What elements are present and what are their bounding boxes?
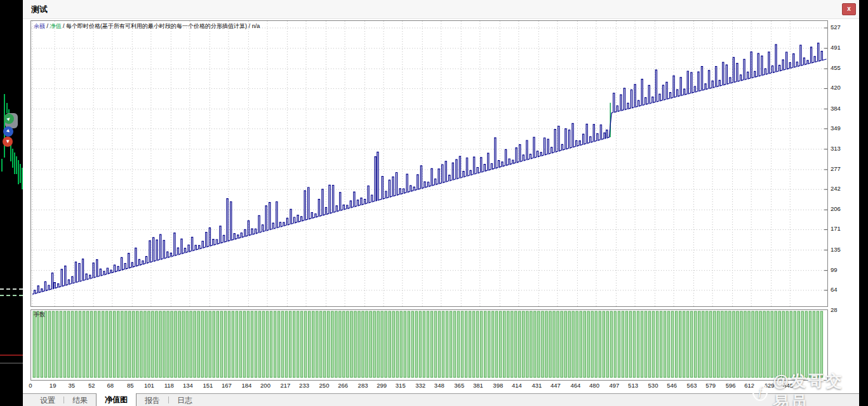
lots-chart: 手数	[30, 309, 828, 381]
tab-4[interactable]: 报告	[137, 394, 168, 406]
legend-equity: 净值	[50, 23, 62, 29]
x-tick-label: 447	[545, 382, 566, 389]
stop-line	[0, 355, 23, 356]
legend-balance: 余额	[34, 23, 45, 29]
x-tick-label: 134	[177, 382, 199, 389]
y-tick-label: 384	[831, 105, 853, 112]
x-tick-label: 348	[429, 382, 450, 389]
x-tick-label: 233	[293, 382, 315, 389]
y-tick-label: 135	[831, 246, 853, 253]
background-candle	[6, 103, 8, 113]
tab-1[interactable]: 设置	[32, 394, 63, 406]
background-candle	[12, 149, 13, 168]
buy-marker-icon: ►	[4, 114, 14, 124]
tab-2[interactable]: 结果	[64, 394, 96, 406]
x-tick-label: 200	[255, 382, 276, 389]
sell-marker-icon: ►	[3, 137, 13, 147]
y-tick-label: 99	[831, 266, 853, 273]
separator-line	[0, 363, 23, 363]
x-tick-label: 414	[506, 382, 528, 389]
y-tick-label: 420	[831, 84, 853, 91]
y-tick-label: 206	[831, 205, 853, 212]
x-tick-label: 68	[100, 382, 121, 389]
background-candle	[16, 156, 17, 174]
lots-bars	[31, 310, 827, 380]
y-tick-label: 313	[831, 145, 853, 152]
background-candle	[18, 160, 19, 184]
background-candle	[20, 164, 21, 183]
x-tick-label: 315	[390, 382, 411, 389]
y-tick-label: 64	[831, 286, 853, 293]
lots-label: 手数	[34, 311, 45, 319]
x-tick-label: 579	[700, 382, 721, 389]
x-tick-label: 480	[584, 382, 605, 389]
x-tick-label: 381	[467, 382, 489, 389]
x-tick-label: 0	[20, 382, 41, 389]
window-title: 测试	[31, 4, 48, 15]
y-tick-label: 491	[831, 44, 853, 51]
x-tick-label: 266	[332, 382, 354, 389]
y-tick-label: 527	[831, 24, 853, 30]
background-candle	[1, 159, 3, 172]
ask-line	[0, 295, 23, 296]
x-tick-label: 167	[216, 382, 237, 389]
x-tick-label: 101	[138, 382, 160, 389]
x-tick-label: 513	[622, 382, 644, 389]
y-tick-label: 455	[831, 64, 853, 71]
equity-curve	[31, 21, 827, 306]
tab-bar: 设置结果净值图报告日志	[23, 393, 859, 406]
tab-5[interactable]: 日志	[169, 394, 201, 406]
background-chart-strip: ► ► ►	[0, 0, 23, 406]
close-icon[interactable]: x	[842, 3, 856, 15]
info-marker-icon: ►	[3, 126, 13, 137]
legend-method: 每个即时价格(基于所有可利用的最小时段的每一个价格的分形插值计算)	[66, 23, 247, 29]
chart-legend: 余额 / 净值 / 每个即时价格(基于所有可利用的最小时段的每一个价格的分形插值…	[34, 22, 260, 30]
tester-window: 测试 x 余额 / 净值 / 每个即时价格(基于所有可利用的最小时段的每一个价格…	[23, 0, 859, 406]
y-tick-label: 277	[831, 165, 853, 172]
background-candle	[10, 145, 11, 161]
x-tick-label: 546	[661, 382, 683, 389]
y-tick-label: 171	[831, 225, 853, 232]
legend-na: n/a	[252, 23, 260, 29]
bid-line	[0, 288, 23, 290]
y-tick-label: 349	[831, 125, 853, 132]
equity-chart: 余额 / 净值 / 每个即时价格(基于所有可利用的最小时段的每一个价格的分形插值…	[30, 20, 828, 307]
x-tick-label: 612	[738, 382, 760, 389]
x-tick-label: 645	[777, 382, 799, 389]
y-tick-label: 242	[831, 185, 853, 192]
y-tick-label: 28	[831, 306, 853, 313]
x-tick-label: 35	[61, 382, 83, 389]
window-titlebar: 测试 x	[23, 0, 859, 19]
tab-3[interactable]: 净值图	[96, 393, 137, 406]
background-candle	[14, 152, 15, 174]
